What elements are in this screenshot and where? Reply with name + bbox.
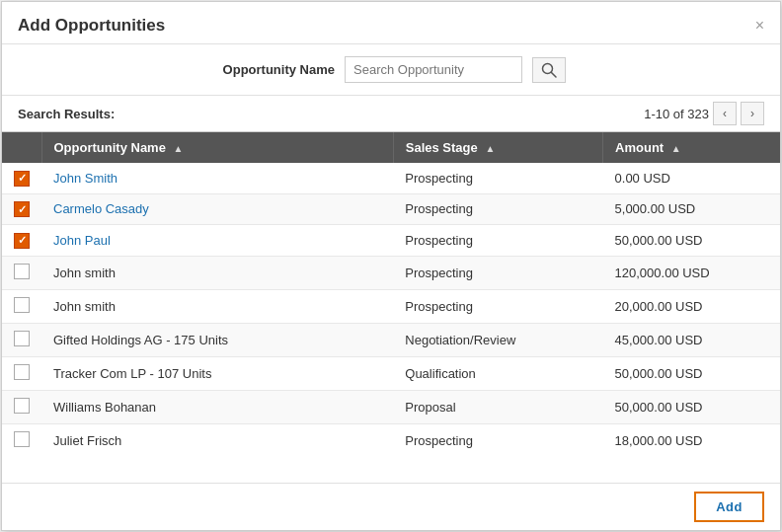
row-amount: 20,000.00 USD [603,289,780,323]
row-opportunity-name: John Paul [41,225,393,257]
row-checkbox-cell [2,323,41,356]
svg-line-1 [552,72,557,77]
close-button[interactable]: × [755,18,764,34]
table-row: John smithProspecting120,000.00 USD [2,256,780,289]
row-checkbox-cell [2,356,41,390]
results-label: Search Results: [18,107,115,121]
row-amount: 0.00 USD [603,163,780,193]
opportunity-link[interactable]: John Smith [53,171,117,186]
row-opportunity-name: Williams Bohanan [41,390,393,423]
table-row: Gifted Holdings AG - 175 UnitsNegotiatio… [2,323,780,356]
opportunity-link[interactable]: John Paul [53,233,111,248]
table-row: John smithProspecting20,000.00 USD [2,289,780,323]
checkbox-unchecked[interactable] [14,297,30,313]
dialog-title: Add Opportunities [18,16,165,36]
checkbox-unchecked[interactable] [14,398,30,414]
table-row: John SmithProspecting0.00 USD [2,163,780,193]
results-table: Opportunity Name ▲ Sales Stage ▲ Amount … [2,132,780,457]
search-bar: Opportunity Name [2,44,780,96]
checkbox-unchecked[interactable] [14,331,30,346]
opportunity-link[interactable]: Carmelo Casady [53,201,149,216]
row-opportunity-name: Juliet Frisch [41,423,393,457]
row-checkbox-cell [2,423,41,457]
row-sales-stage: Proposal [393,390,602,423]
add-button[interactable]: Add [694,492,764,522]
row-sales-stage: Prospecting [393,193,602,225]
row-opportunity-name: Gifted Holdings AG - 175 Units [41,323,393,356]
row-checkbox-cell [2,256,41,289]
sort-arrow-name: ▲ [174,143,184,154]
table-header-row: Opportunity Name ▲ Sales Stage ▲ Amount … [2,132,780,163]
col-header-amount[interactable]: Amount ▲ [603,132,780,163]
search-label: Opportunity Name [216,62,335,77]
sort-arrow-stage: ▲ [485,143,495,154]
checkbox-unchecked[interactable] [14,264,30,279]
row-amount: 45,000.00 USD [603,323,780,356]
prev-page-button[interactable]: ‹ [713,102,737,125]
checkbox-unchecked[interactable] [14,431,30,447]
table-row: John PaulProspecting50,000.00 USD [2,225,780,257]
dialog-title-bar: Add Opportunities × [2,2,780,44]
table-row: Carmelo CasadyProspecting5,000.00 USD [2,193,780,225]
row-opportunity-name: John Smith [41,163,393,193]
table-row: Williams BohananProposal50,000.00 USD [2,390,780,423]
row-amount: 18,000.00 USD [603,423,780,457]
row-sales-stage: Prospecting [393,289,602,323]
row-checkbox-cell [2,390,41,423]
row-sales-stage: Prospecting [393,256,602,289]
checkbox-checked[interactable] [14,201,30,217]
row-sales-stage: Prospecting [393,423,602,457]
row-amount: 50,000.00 USD [603,225,780,257]
pagination-info: 1-10 of 323 [644,107,709,121]
row-amount: 5,000.00 USD [603,193,780,225]
col-header-sales-stage[interactable]: Sales Stage ▲ [393,132,602,163]
dialog-footer: Add [2,483,780,530]
row-sales-stage: Negotiation/Review [393,323,602,356]
row-sales-stage: Prospecting [393,163,602,193]
table-row: Tracker Com LP - 107 UnitsQualification5… [2,356,780,390]
results-header: Search Results: 1-10 of 323 ‹ › [2,96,780,131]
row-sales-stage: Prospecting [393,225,602,257]
row-checkbox-cell [2,225,41,257]
row-checkbox-cell [2,163,41,193]
row-sales-stage: Qualification [393,356,602,390]
col-header-opportunity-name[interactable]: Opportunity Name ▲ [41,132,393,163]
table-body: John SmithProspecting0.00 USDCarmelo Cas… [2,163,780,457]
row-opportunity-name: John smith [41,256,393,289]
search-input[interactable] [345,56,522,83]
checkbox-unchecked[interactable] [14,364,30,380]
search-icon [541,62,557,78]
next-page-button[interactable]: › [741,102,764,125]
add-opportunities-dialog: Add Opportunities × Opportunity Name Sea… [1,1,781,531]
table-row: Juliet FrischProspecting18,000.00 USD [2,423,780,457]
row-amount: 50,000.00 USD [603,390,780,423]
col-header-checkbox [2,132,41,163]
search-button[interactable] [532,57,566,83]
sort-arrow-amount: ▲ [671,143,681,154]
row-opportunity-name: Carmelo Casady [41,193,393,225]
row-amount: 50,000.00 USD [603,356,780,390]
row-checkbox-cell [2,193,41,225]
results-table-container: Opportunity Name ▲ Sales Stage ▲ Amount … [2,131,780,457]
row-amount: 120,000.00 USD [603,256,780,289]
checkbox-checked[interactable] [14,233,30,249]
row-opportunity-name: John smith [41,289,393,323]
row-opportunity-name: Tracker Com LP - 107 Units [41,356,393,390]
pagination: 1-10 of 323 ‹ › [644,102,764,125]
checkbox-checked[interactable] [14,171,30,187]
row-checkbox-cell [2,289,41,323]
